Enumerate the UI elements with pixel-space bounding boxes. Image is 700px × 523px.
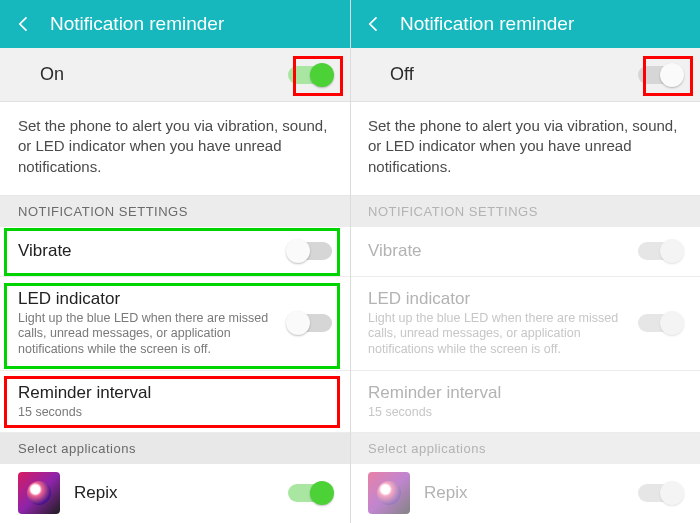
interval-sub: 15 seconds [368,405,670,421]
app-toggle [638,484,682,502]
select-apps-header: Select applications [350,433,700,464]
back-icon[interactable] [364,14,384,34]
master-toggle[interactable] [288,66,332,84]
vibrate-row: Vibrate [350,227,700,277]
description-text: Set the phone to alert you via vibration… [350,102,700,196]
interval-row: Reminder interval 15 seconds [350,371,700,434]
pane-on: Notification reminder On Set the phone t… [0,0,350,523]
vibrate-toggle[interactable] [288,242,332,260]
header-title: Notification reminder [50,13,224,35]
header-title: Notification reminder [400,13,574,35]
interval-title: Reminder interval [18,383,320,403]
app-toggle[interactable] [288,484,332,502]
app-header: Notification reminder [350,0,700,48]
led-row[interactable]: LED indicator Light up the blue LED when… [0,277,350,371]
app-name: Repix [74,483,288,503]
app-row: Repix [350,464,700,522]
led-toggle[interactable] [288,314,332,332]
description-text: Set the phone to alert you via vibration… [0,102,350,196]
led-row: LED indicator Light up the blue LED when… [350,277,700,371]
vibrate-title: Vibrate [368,241,626,261]
vibrate-row[interactable]: Vibrate [0,227,350,277]
pane-off: Notification reminder Off Set the phone … [350,0,700,523]
vibrate-toggle [638,242,682,260]
select-apps-header[interactable]: Select applications [0,433,350,464]
app-icon [18,472,60,514]
led-title: LED indicator [368,289,626,309]
back-icon[interactable] [14,14,34,34]
interval-sub: 15 seconds [18,405,320,421]
app-header: Notification reminder [0,0,350,48]
master-label: Off [390,64,638,85]
app-icon [368,472,410,514]
led-toggle [638,314,682,332]
section-header: NOTIFICATION SETTINGS [0,196,350,227]
app-row[interactable]: Repix [0,464,350,522]
section-header: NOTIFICATION SETTINGS [350,196,700,227]
interval-title: Reminder interval [368,383,670,403]
master-toggle[interactable] [638,66,682,84]
master-toggle-row[interactable]: Off [350,48,700,102]
led-sub: Light up the blue LED when there are mis… [18,311,276,358]
app-name: Repix [424,483,638,503]
led-title: LED indicator [18,289,276,309]
master-toggle-row[interactable]: On [0,48,350,102]
interval-row[interactable]: Reminder interval 15 seconds [0,371,350,434]
master-label: On [40,64,288,85]
vibrate-title: Vibrate [18,241,276,261]
led-sub: Light up the blue LED when there are mis… [368,311,626,358]
